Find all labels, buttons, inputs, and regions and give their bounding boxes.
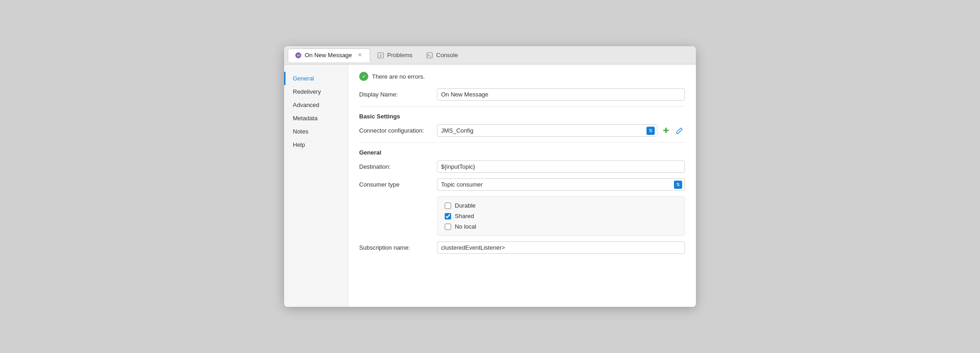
- problems-icon: [377, 52, 384, 59]
- sidebar-item-notes[interactable]: Notes: [284, 125, 348, 138]
- destination-control: [437, 160, 685, 173]
- consumer-type-select[interactable]: Topic consumer Queue consumer Default co…: [437, 178, 685, 191]
- main-layout: General Redelivery Advanced Metadata Not…: [284, 64, 696, 307]
- connector-row: JMS_Config ⇅ ✚: [437, 124, 685, 137]
- add-connector-button[interactable]: ✚: [660, 125, 671, 136]
- destination-label: Destination:: [359, 163, 437, 170]
- tab-label: On New Message: [305, 52, 352, 59]
- shared-checkbox[interactable]: [445, 213, 451, 219]
- display-name-label: Display Name:: [359, 91, 437, 98]
- tab-close-button[interactable]: ✕: [356, 52, 363, 59]
- consumer-type-label: Consumer type: [359, 181, 437, 188]
- basic-settings-title: Basic Settings: [359, 113, 685, 120]
- connector-select-wrap: JMS_Config ⇅: [437, 124, 657, 137]
- console-icon: [426, 52, 433, 59]
- tab-bar: ✉ On New Message ✕ Problems: [284, 46, 696, 64]
- no-local-checkbox[interactable]: [445, 224, 451, 230]
- shared-label: Shared: [455, 213, 474, 219]
- svg-text:✉: ✉: [297, 53, 300, 58]
- message-icon: ✉: [295, 52, 302, 59]
- connector-config-select[interactable]: JMS_Config: [437, 124, 657, 137]
- checkbox-group: Durable Shared No local: [437, 196, 685, 236]
- divider-2: [359, 142, 685, 143]
- connector-config-row: Connector configuration: JMS_Config ⇅ ✚: [359, 124, 685, 137]
- connector-config-control: JMS_Config ⇅ ✚: [437, 124, 685, 137]
- durable-checkbox[interactable]: [445, 203, 451, 209]
- display-name-control: [437, 88, 685, 101]
- sidebar-item-general[interactable]: General: [284, 72, 348, 85]
- divider-1: [359, 106, 685, 107]
- edit-connector-button[interactable]: [674, 125, 685, 136]
- subscription-name-label: Subscription name:: [359, 244, 437, 251]
- svg-rect-4: [380, 55, 381, 57]
- consumer-type-control: Topic consumer Queue consumer Default co…: [437, 178, 685, 191]
- subscription-name-row: Subscription name:: [359, 241, 685, 254]
- status-bar: ✓ There are no errors.: [359, 72, 685, 81]
- no-local-row: No local: [445, 223, 677, 230]
- svg-point-3: [380, 53, 381, 54]
- sidebar: General Redelivery Advanced Metadata Not…: [284, 64, 348, 307]
- consumer-type-row: Consumer type Topic consumer Queue consu…: [359, 178, 685, 191]
- main-window: ✉ On New Message ✕ Problems: [284, 46, 696, 307]
- destination-input[interactable]: [437, 160, 685, 173]
- content-area: ✓ There are no errors. Display Name: Bas…: [348, 64, 696, 307]
- destination-row: Destination:: [359, 160, 685, 173]
- durable-label: Durable: [455, 202, 476, 209]
- shared-row: Shared: [445, 213, 677, 219]
- tab-label: Problems: [387, 52, 412, 59]
- general-section-title: General: [359, 149, 685, 156]
- connector-config-label: Connector configuration:: [359, 127, 437, 134]
- status-message: There are no errors.: [372, 73, 425, 80]
- display-name-row: Display Name:: [359, 88, 685, 101]
- sidebar-item-metadata[interactable]: Metadata: [284, 112, 348, 125]
- tab-on-new-message[interactable]: ✉ On New Message ✕: [288, 48, 370, 62]
- display-name-input[interactable]: [437, 88, 685, 101]
- sidebar-item-redelivery[interactable]: Redelivery: [284, 85, 348, 98]
- sidebar-item-help[interactable]: Help: [284, 138, 348, 151]
- subscription-name-control: [437, 241, 685, 254]
- sidebar-item-advanced[interactable]: Advanced: [284, 98, 348, 112]
- tab-console[interactable]: Console: [419, 48, 465, 62]
- subscription-name-input[interactable]: [437, 241, 685, 254]
- tab-label: Console: [436, 52, 458, 59]
- no-local-label: No local: [455, 223, 476, 230]
- consumer-type-wrap: Topic consumer Queue consumer Default co…: [437, 178, 685, 191]
- status-ok-icon: ✓: [359, 72, 368, 81]
- tab-problems[interactable]: Problems: [370, 48, 419, 62]
- durable-row: Durable: [445, 202, 677, 209]
